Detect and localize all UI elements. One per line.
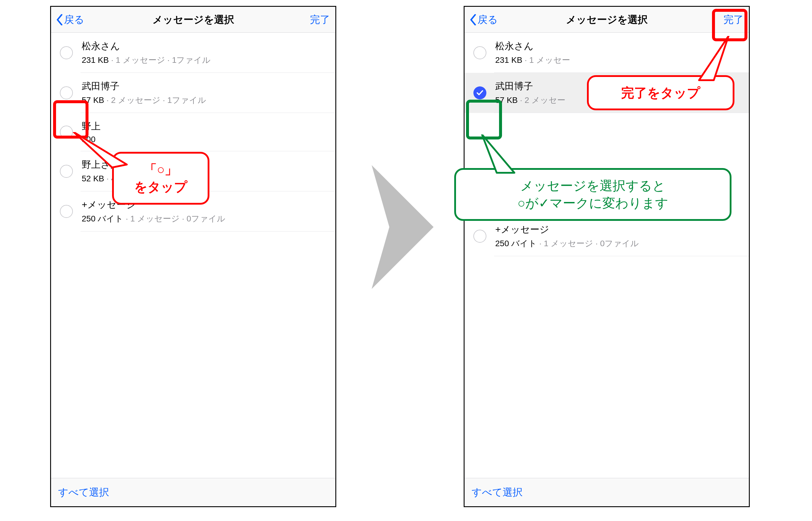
list-item-sub: 250 バイト · 1 メッセージ · 0ファイル: [82, 213, 330, 224]
list-item-title: 松永さん: [495, 40, 743, 53]
select-circle-icon[interactable]: [473, 230, 487, 243]
navbar: 戻る メッセージを選択 完了: [51, 7, 335, 33]
back-button[interactable]: 戻る: [470, 13, 498, 26]
message-list: 松永さん 231 KB · 1 メッセー 武田博子 57 KB · 2 メッセー: [465, 33, 749, 256]
select-circle-icon[interactable]: [473, 46, 487, 59]
page-title: メッセージを選択: [465, 13, 749, 26]
list-item-title: 松永さん: [82, 40, 330, 53]
chevron-left-icon: [470, 14, 476, 25]
list-item-sub: 250 バイト · 1 メッセージ · 0ファイル: [495, 238, 743, 249]
callout-explain: メッセージを選択すると ○が✓マークに変わります: [454, 168, 731, 221]
list-item-text: 松永さん 231 KB · 1 メッセージ · 1ファイル: [82, 40, 330, 66]
list-item[interactable]: 松永さん 231 KB · 1 メッセージ · 1ファイル: [51, 33, 335, 73]
list-item-sub: 500: [82, 135, 330, 144]
back-button[interactable]: 戻る: [57, 13, 84, 26]
select-circle-icon-checked[interactable]: [473, 86, 487, 99]
done-button[interactable]: 完了: [310, 13, 330, 26]
list-item-title: 武田博子: [82, 80, 330, 93]
svg-marker-0: [371, 165, 434, 289]
chevron-left-icon: [57, 14, 63, 25]
footer: すべて選択: [51, 478, 335, 506]
page-title: メッセージを選択: [51, 13, 335, 26]
big-arrow-icon: [371, 165, 434, 289]
footer: すべて選択: [465, 478, 749, 506]
list-item[interactable]: 松永さん 231 KB · 1 メッセー: [465, 33, 749, 73]
list-item[interactable]: +メッセージ 250 バイト · 1 メッセージ · 0ファイル: [465, 216, 749, 256]
select-circle-icon[interactable]: [60, 46, 73, 59]
select-circle-icon[interactable]: [60, 86, 73, 99]
list-item-text: 松永さん 231 KB · 1 メッセー: [495, 40, 743, 66]
done-button[interactable]: 完了: [723, 13, 744, 26]
select-circle-icon[interactable]: [60, 165, 73, 178]
list-item-text: +メッセージ 250 バイト · 1 メッセージ · 0ファイル: [495, 223, 743, 249]
list-item-sub: 231 KB · 1 メッセー: [495, 54, 743, 66]
select-circle-icon[interactable]: [60, 126, 73, 139]
select-all-button[interactable]: すべて選択: [58, 485, 109, 499]
back-label: 戻る: [64, 13, 84, 26]
list-item-title: 野上: [82, 120, 330, 133]
back-label: 戻る: [477, 13, 498, 26]
list-item[interactable]: 野上 500: [51, 113, 335, 151]
checkmark-icon: [476, 90, 483, 96]
callout-tap-circle: 「○」 をタップ: [112, 152, 209, 205]
select-circle-icon[interactable]: [60, 205, 73, 218]
list-item-title: +メッセージ: [495, 223, 743, 236]
navbar: 戻る メッセージを選択 完了: [465, 7, 749, 33]
callout-tap-done: 完了をタップ: [587, 75, 735, 110]
list-item-sub: 57 KB · 2 メッセージ · 1ファイル: [82, 95, 330, 106]
list-item[interactable]: 武田博子 57 KB · 2 メッセージ · 1ファイル: [51, 73, 335, 113]
list-item-text: 野上 500: [82, 120, 330, 144]
list-item-sub: 231 KB · 1 メッセージ · 1ファイル: [82, 54, 330, 66]
phone-left: 戻る メッセージを選択 完了 松永さん 231 KB · 1 メッセージ · 1…: [50, 6, 336, 507]
list-item-text: 武田博子 57 KB · 2 メッセージ · 1ファイル: [82, 80, 330, 106]
select-all-button[interactable]: すべて選択: [472, 485, 523, 499]
